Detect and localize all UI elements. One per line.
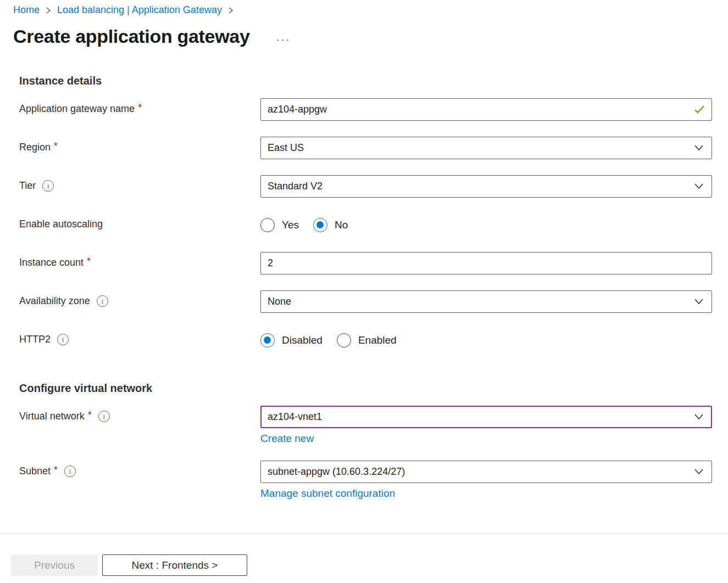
info-icon[interactable]: i — [64, 466, 76, 477]
section-heading-instance-details: Instance details — [19, 75, 728, 87]
virtual-network-dropdown-value: az104-vnet1 — [268, 411, 322, 423]
page-title: Create application gateway — [13, 26, 250, 47]
label-text: Virtual network — [19, 411, 85, 422]
field-label: Virtual network * i — [19, 406, 260, 422]
row-availability-zone: Availability zone i None — [19, 290, 728, 313]
tier-dropdown[interactable]: Standard V2 — [260, 175, 712, 198]
row-subnet: Subnet * i subnet-appgw (10.60.3.224/27)… — [19, 461, 728, 500]
label-text: Enable autoscaling — [19, 218, 103, 230]
chevron-down-icon — [694, 181, 704, 192]
previous-button: Previous — [11, 554, 98, 576]
create-new-vnet-link[interactable]: Create new — [260, 433, 314, 445]
info-icon[interactable]: i — [57, 334, 69, 345]
radio-label: No — [335, 219, 348, 231]
enable-autoscaling-radio-group: Yes No — [260, 214, 712, 236]
application-gateway-name-input[interactable] — [260, 98, 712, 121]
required-asterisk: * — [88, 410, 92, 421]
chevron-down-icon — [694, 466, 704, 478]
label-text: Region — [19, 142, 51, 153]
row-virtual-network: Virtual network * i az104-vnet1 Create n… — [19, 406, 728, 445]
info-icon[interactable]: i — [98, 411, 110, 422]
label-text: Availability zone — [19, 295, 90, 307]
row-enable-autoscaling: Enable autoscaling Yes No — [19, 214, 728, 236]
radio-http2-disabled[interactable]: Disabled — [260, 333, 323, 347]
next-frontends-button[interactable]: Next : Frontends > — [102, 554, 247, 576]
label-text: Tier — [19, 180, 36, 192]
field-label: Tier i — [19, 175, 260, 192]
create-appgw-form: Instance details Application gateway nam… — [0, 75, 728, 500]
manage-subnet-configuration-link[interactable]: Manage subnet configuration — [260, 487, 395, 500]
section-heading-configure-vnet: Configure virtual network — [19, 382, 728, 395]
footer-divider — [0, 534, 728, 534]
required-asterisk: * — [54, 141, 58, 152]
radio-icon — [313, 218, 327, 232]
footer-actions: Previous Next : Frontends > — [11, 554, 247, 576]
valid-checkmark-icon — [693, 104, 705, 117]
chevron-right-icon — [227, 6, 234, 15]
radio-autoscaling-yes[interactable]: Yes — [260, 218, 299, 232]
region-dropdown[interactable]: East US — [260, 137, 712, 159]
subnet-dropdown[interactable]: subnet-appgw (10.60.3.224/27) — [260, 461, 712, 483]
radio-autoscaling-no[interactable]: No — [313, 218, 348, 232]
availability-zone-dropdown-value: None — [268, 296, 291, 307]
field-label: Enable autoscaling — [19, 214, 260, 230]
label-text: Instance count — [19, 257, 84, 268]
field-label: Instance count * — [19, 252, 260, 268]
radio-label: Enabled — [358, 334, 397, 346]
subnet-dropdown-value: subnet-appgw (10.60.3.224/27) — [268, 466, 405, 478]
tier-dropdown-value: Standard V2 — [268, 181, 323, 192]
virtual-network-dropdown[interactable]: az104-vnet1 — [260, 406, 712, 428]
row-region: Region * East US — [19, 137, 728, 159]
required-asterisk: * — [87, 256, 91, 267]
label-text: Subnet — [19, 466, 51, 477]
field-label: Availability zone i — [19, 290, 260, 307]
radio-icon — [260, 333, 275, 347]
label-text: Application gateway name — [19, 103, 135, 115]
region-dropdown-value: East US — [268, 142, 304, 154]
radio-icon — [337, 333, 351, 347]
chevron-right-icon — [45, 6, 52, 15]
info-icon[interactable]: i — [97, 295, 108, 307]
radio-http2-enabled[interactable]: Enabled — [337, 333, 397, 347]
breadcrumb: Home Load balancing | Application Gatewa… — [0, 0, 728, 16]
label-text: HTTP2 — [19, 334, 51, 345]
field-label: Region * — [19, 137, 260, 153]
field-label: Application gateway name * — [19, 98, 260, 115]
row-http2: HTTP2 i Disabled Enabled — [19, 329, 728, 351]
required-asterisk: * — [54, 464, 58, 476]
availability-zone-dropdown[interactable]: None — [260, 290, 712, 313]
field-label: HTTP2 i — [19, 329, 260, 345]
chevron-down-icon — [694, 296, 704, 307]
radio-label: Disabled — [282, 334, 323, 346]
row-tier: Tier i Standard V2 — [19, 175, 728, 198]
breadcrumb-link-load-balancing[interactable]: Load balancing | Application Gateway — [57, 4, 222, 16]
required-asterisk: * — [138, 102, 142, 114]
chevron-down-icon — [694, 411, 704, 423]
row-instance-count: Instance count * — [19, 252, 728, 274]
field-label: Subnet * i — [19, 461, 260, 477]
more-options-icon[interactable]: ··· — [276, 29, 291, 44]
chevron-down-icon — [694, 142, 704, 154]
radio-icon — [260, 218, 275, 232]
radio-label: Yes — [282, 219, 299, 231]
breadcrumb-link-home[interactable]: Home — [13, 4, 40, 16]
info-icon[interactable]: i — [42, 180, 54, 192]
instance-count-input[interactable] — [260, 252, 712, 274]
http2-radio-group: Disabled Enabled — [260, 329, 712, 351]
row-application-gateway-name: Application gateway name * — [19, 98, 728, 121]
